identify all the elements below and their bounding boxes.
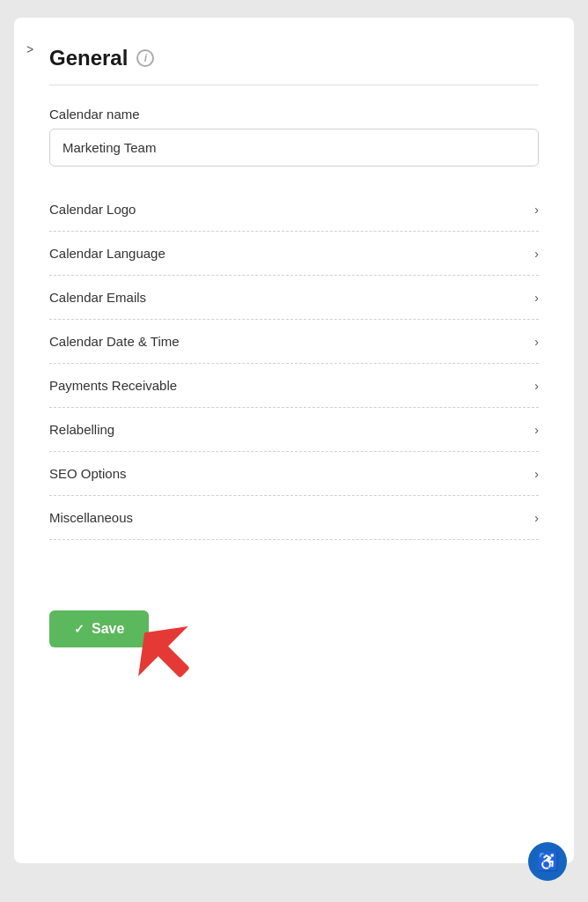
- menu-item-seo-options[interactable]: SEO Options ›: [49, 452, 539, 496]
- save-button-label: Save: [92, 621, 124, 637]
- menu-item-label: Miscellaneous: [49, 510, 133, 525]
- accessibility-icon: ♿: [537, 851, 559, 872]
- menu-item-label: Calendar Language: [49, 246, 165, 261]
- chevron-right-icon: ›: [534, 203, 539, 217]
- save-button[interactable]: ✓ Save: [49, 610, 149, 647]
- settings-card: > General i Calendar name Calendar Logo …: [14, 18, 574, 863]
- menu-item-label: Calendar Date & Time: [49, 334, 180, 349]
- page-wrapper: > General i Calendar name Calendar Logo …: [0, 0, 588, 902]
- menu-item-miscellaneous[interactable]: Miscellaneous ›: [49, 496, 539, 540]
- menu-item-label: Payments Receivable: [49, 378, 177, 393]
- menu-list: Calendar Logo › Calendar Language › Cale…: [49, 188, 539, 540]
- save-section: ✓ Save: [49, 610, 539, 647]
- menu-item-label: Calendar Logo: [49, 202, 136, 217]
- chevron-right-icon: ›: [534, 291, 539, 305]
- menu-item-relabelling[interactable]: Relabelling ›: [49, 408, 539, 452]
- checkmark-icon: ✓: [74, 622, 85, 636]
- header: General i: [49, 46, 539, 70]
- accessibility-button[interactable]: ♿: [528, 842, 567, 881]
- menu-item-calendar-logo[interactable]: Calendar Logo ›: [49, 188, 539, 232]
- chevron-right-icon: ›: [534, 335, 539, 349]
- header-divider: [49, 85, 539, 85]
- info-icon[interactable]: i: [136, 49, 154, 67]
- calendar-name-input[interactable]: [49, 129, 539, 166]
- chevron-right-icon: ›: [534, 423, 539, 437]
- chevron-right-icon: ›: [534, 511, 539, 525]
- menu-item-label: SEO Options: [49, 466, 127, 481]
- chevron-right-icon: ›: [534, 247, 539, 261]
- page-title: General: [49, 46, 128, 70]
- calendar-name-label: Calendar name: [49, 107, 539, 122]
- chevron-right-icon: ›: [534, 467, 539, 481]
- menu-item-label: Calendar Emails: [49, 290, 146, 305]
- menu-item-label: Relabelling: [49, 422, 114, 437]
- back-chevron[interactable]: >: [26, 42, 33, 56]
- menu-item-calendar-emails[interactable]: Calendar Emails ›: [49, 276, 539, 320]
- menu-item-payments-receivable[interactable]: Payments Receivable ›: [49, 364, 539, 408]
- menu-item-calendar-language[interactable]: Calendar Language ›: [49, 232, 539, 276]
- menu-item-calendar-date-time[interactable]: Calendar Date & Time ›: [49, 320, 539, 364]
- svg-rect-0: [146, 634, 190, 678]
- chevron-right-icon: ›: [534, 379, 539, 393]
